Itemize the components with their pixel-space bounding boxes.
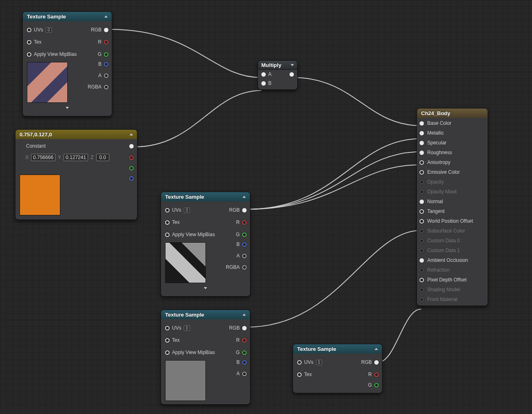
input-pin[interactable]	[419, 219, 424, 224]
uvs-input-pin[interactable]	[27, 28, 31, 32]
node-header[interactable]: Texture Sample	[23, 12, 112, 21]
rgba-output-pin[interactable]	[104, 85, 108, 89]
material-input-pixel-depth-offset[interactable]: Pixel Depth Offset	[419, 277, 483, 283]
tex-input-pin[interactable]	[297, 372, 302, 377]
pin-label: G	[236, 232, 240, 237]
material-input-metallic[interactable]: Metallic	[419, 130, 483, 136]
pin-label: Normal	[427, 199, 443, 204]
pin-label: Metallic	[427, 130, 444, 136]
expand-icon[interactable]	[204, 287, 207, 289]
material-input-base-color[interactable]: Base Color	[419, 120, 483, 126]
uvs-input-pin[interactable]	[297, 360, 302, 365]
node-title: Multiply	[261, 62, 281, 68]
collapse-icon[interactable]	[104, 15, 108, 18]
a-output-pin[interactable]	[104, 73, 108, 78]
rgb-output-pin[interactable]	[374, 360, 379, 365]
r-output-pin[interactable]	[242, 338, 247, 343]
a-output-pin[interactable]	[242, 254, 247, 258]
material-input-world-position-offset[interactable]: World Position Offset	[419, 218, 483, 224]
texture-sample-node-3[interactable]: Texture Sample UVs0 RGB Tex R Apply View…	[161, 310, 250, 405]
x-value-input[interactable]: 0.756666	[31, 154, 55, 161]
output-pin[interactable]	[289, 72, 294, 77]
node-header[interactable]: Texture Sample	[293, 344, 382, 354]
node-title: Texture Sample	[27, 13, 66, 20]
a-input-pin[interactable]	[261, 72, 266, 77]
g-output-pin[interactable]	[242, 232, 247, 237]
texture-sample-node-4[interactable]: Texture Sample UVs0 RGB Tex R G	[293, 344, 382, 393]
node-header[interactable]: Texture Sample	[161, 192, 250, 201]
y-value-input[interactable]: 0.127241	[64, 154, 88, 161]
tex-input-pin[interactable]	[165, 220, 170, 225]
material-input-roughness[interactable]: Roughness	[419, 150, 483, 155]
z-value-input[interactable]: 0.0	[96, 154, 109, 161]
node-header[interactable]: Ch24_Body	[417, 108, 488, 118]
material-input-normal[interactable]: Normal	[419, 199, 483, 204]
rgb-output-pin[interactable]	[242, 326, 247, 330]
collapse-icon[interactable]	[243, 196, 246, 198]
mip-input-pin[interactable]	[165, 350, 170, 355]
multiply-node[interactable]: Multiply A B	[258, 60, 298, 90]
input-pin[interactable]	[419, 199, 424, 204]
input-pin[interactable]	[419, 141, 424, 145]
input-pin[interactable]	[419, 258, 424, 263]
uvs-input-pin[interactable]	[165, 326, 170, 330]
pin-label: Tex	[304, 372, 312, 377]
input-pin[interactable]	[419, 170, 424, 175]
mip-input-pin[interactable]	[27, 52, 31, 57]
input-pin[interactable]	[419, 160, 424, 165]
material-input-specular[interactable]: Specular	[419, 140, 483, 146]
rgb-output-pin[interactable]	[242, 208, 247, 213]
constant3-node[interactable]: 0.757,0.127,0 Constant X 0.756666 Y 0.12…	[15, 129, 137, 220]
input-pin[interactable]	[419, 131, 424, 135]
material-output-node[interactable]: Ch24_Body Base ColorMetallicSpecularRoug…	[417, 108, 488, 306]
pin-label: Emissive Color	[427, 169, 460, 175]
node-header[interactable]: 0.757,0.127,0	[15, 130, 137, 139]
node-header[interactable]: Multiply	[258, 61, 297, 70]
collapse-icon[interactable]	[375, 348, 378, 350]
expand-icon[interactable]	[291, 64, 294, 66]
b-output-pin[interactable]	[104, 62, 108, 66]
texture-sample-node-1[interactable]: Texture Sample UVs0 RGB Tex R Apply View…	[22, 11, 112, 116]
g-output-pin[interactable]	[129, 166, 134, 170]
r-output-pin[interactable]	[104, 40, 108, 44]
material-input-tangent[interactable]: Tangent	[419, 208, 483, 214]
rgb-output-pin[interactable]	[129, 144, 134, 148]
material-input-custom-data-1: Custom Data 1	[419, 248, 483, 253]
expand-icon[interactable]	[66, 107, 69, 109]
b-input-pin[interactable]	[261, 81, 266, 86]
a-output-pin[interactable]	[242, 372, 247, 376]
g-output-pin[interactable]	[374, 383, 379, 387]
r-output-pin[interactable]	[242, 220, 247, 225]
input-pin	[419, 239, 424, 243]
material-input-front-material: Front Material	[419, 297, 483, 302]
pin-label: Pixel Depth Offset	[427, 277, 467, 283]
tex-input-pin[interactable]	[165, 338, 170, 343]
tex-input-pin[interactable]	[27, 40, 31, 44]
mip-input-pin[interactable]	[165, 232, 170, 237]
r-output-pin[interactable]	[374, 372, 379, 377]
texture-sample-node-2[interactable]: Texture Sample UVs0 RGB Tex R Apply View…	[161, 192, 250, 297]
g-output-pin[interactable]	[242, 350, 247, 355]
input-pin[interactable]	[419, 209, 424, 214]
r-output-pin[interactable]	[129, 155, 134, 160]
input-pin[interactable]	[419, 278, 424, 282]
input-pin[interactable]	[419, 121, 424, 126]
b-output-pin[interactable]	[242, 242, 247, 247]
rgba-output-pin[interactable]	[242, 265, 247, 270]
collapse-icon[interactable]	[130, 133, 133, 135]
collapse-icon[interactable]	[243, 314, 246, 316]
g-output-pin[interactable]	[104, 52, 108, 57]
material-input-anisotropy[interactable]: Anisotropy	[419, 159, 483, 165]
node-header[interactable]: Texture Sample	[161, 310, 250, 319]
pin-label: G	[98, 51, 102, 57]
input-pin[interactable]	[419, 151, 424, 155]
b-output-pin[interactable]	[242, 360, 247, 365]
input-pin	[419, 288, 424, 292]
uvs-input-pin[interactable]	[165, 208, 170, 213]
material-input-ambient-occlusion[interactable]: Ambient Occlusion	[419, 257, 483, 263]
b-output-pin[interactable]	[129, 176, 134, 181]
material-input-emissive-color[interactable]: Emissive Color	[419, 169, 483, 175]
input-pin	[419, 268, 424, 272]
pin-label: G	[236, 350, 240, 355]
rgb-output-pin[interactable]	[104, 28, 108, 32]
